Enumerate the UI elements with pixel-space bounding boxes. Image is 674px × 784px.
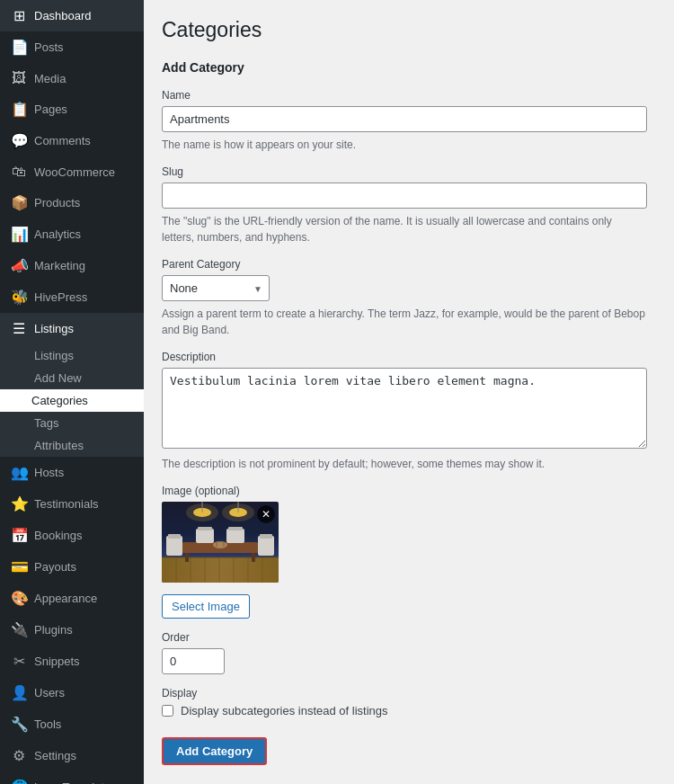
- sidebar-item-comments[interactable]: 💬 Comments: [0, 125, 144, 156]
- marketing-icon: 📣: [11, 257, 27, 274]
- display-field-group: Display Display subcategories instead of…: [162, 687, 656, 717]
- sidebar-item-label: Loco Translate: [34, 780, 111, 784]
- sidebar-item-label: Users: [34, 686, 65, 699]
- remove-image-button[interactable]: ✕: [257, 505, 275, 523]
- description-hint: The description is not prominent by defa…: [162, 456, 647, 472]
- sidebar-item-media[interactable]: 🖼 Media: [0, 63, 144, 94]
- sidebar-item-analytics[interactable]: 📊 Analytics: [0, 218, 144, 250]
- svg-rect-18: [252, 553, 255, 562]
- display-checkbox-row: Display subcategories instead of listing…: [162, 704, 656, 717]
- sidebar-item-label: Appearance: [34, 592, 97, 605]
- svg-rect-17: [185, 553, 189, 562]
- sidebar-item-label: HivePress: [34, 290, 87, 304]
- svg-rect-28: [216, 541, 217, 547]
- svg-rect-19: [166, 536, 182, 556]
- sidebar-item-hivepress[interactable]: 🐝 HivePress: [0, 281, 144, 313]
- submenu-listings[interactable]: Listings: [0, 344, 144, 367]
- sidebar-item-label: Analytics: [34, 227, 81, 241]
- hive-icon: 🐝: [11, 289, 27, 306]
- sidebar-item-dashboard[interactable]: ⊞ Dashboard: [0, 0, 144, 31]
- sidebar-item-snippets[interactable]: ✂ Snippets: [0, 646, 144, 677]
- sidebar-item-label: Snippets: [34, 655, 80, 668]
- sidebar-item-tools[interactable]: 🔧 Tools: [0, 708, 144, 740]
- parent-label: Parent Category: [162, 258, 656, 271]
- parent-category-group: Parent Category None ▼ Assign a parent t…: [162, 258, 656, 338]
- sidebar-item-products[interactable]: 📦 Products: [0, 187, 144, 218]
- main-content: Categories Add Category Name The name is…: [144, 0, 674, 784]
- image-field-group: Image (optional): [162, 485, 656, 619]
- page-title: Categories: [162, 18, 656, 42]
- display-subcategories-checkbox[interactable]: [162, 705, 173, 717]
- sidebar-item-label: Bookings: [34, 529, 82, 542]
- submenu-categories[interactable]: Categories: [0, 389, 144, 412]
- sidebar-item-label: Tools: [34, 717, 61, 731]
- order-input[interactable]: [162, 648, 225, 674]
- description-textarea[interactable]: Vestibulum lacinia lorem vitae libero el…: [162, 368, 647, 449]
- sidebar-item-label: WooCommerce: [34, 165, 115, 179]
- svg-rect-1: [162, 557, 279, 583]
- posts-icon: 📄: [11, 39, 27, 56]
- form-title: Add Category: [162, 60, 656, 75]
- slug-hint: The "slug" is the URL-friendly version o…: [162, 213, 647, 245]
- analytics-icon: 📊: [11, 226, 27, 243]
- products-icon: 📦: [11, 194, 27, 211]
- svg-rect-25: [226, 529, 244, 543]
- svg-rect-29: [223, 541, 225, 547]
- hosts-icon: 👥: [11, 464, 27, 481]
- loco-icon: 🌐: [11, 779, 27, 784]
- slug-field-group: Slug The "slug" is the URL-friendly vers…: [162, 165, 656, 245]
- sidebar-item-listings[interactable]: ☰ Listings: [0, 313, 144, 344]
- select-image-button[interactable]: Select Image: [162, 594, 250, 619]
- settings-icon: ⚙: [11, 747, 27, 764]
- submenu-attributes[interactable]: Attributes: [0, 434, 144, 457]
- sidebar-item-posts[interactable]: 📄 Posts: [0, 31, 144, 63]
- sidebar-item-bookings[interactable]: 📅 Bookings: [0, 520, 144, 551]
- sidebar-item-appearance[interactable]: 🎨 Appearance: [0, 583, 144, 614]
- svg-point-27: [213, 541, 227, 548]
- dashboard-icon: ⊞: [11, 7, 27, 24]
- testimonials-icon: ⭐: [11, 495, 27, 512]
- sidebar-item-label: Plugins: [34, 623, 73, 637]
- name-label: Name: [162, 89, 656, 102]
- parent-select-wrapper: None ▼: [162, 275, 270, 301]
- svg-rect-23: [196, 529, 214, 543]
- sidebar-item-plugins[interactable]: 🔌 Plugins: [0, 614, 144, 646]
- payouts-icon: 💳: [11, 558, 27, 575]
- sidebar-item-hosts[interactable]: 👥 Hosts: [0, 457, 144, 488]
- listings-icon: ☰: [11, 320, 27, 337]
- sidebar-item-label: Hosts: [34, 466, 64, 479]
- comments-icon: 💬: [11, 132, 27, 149]
- description-label: Description: [162, 351, 656, 363]
- sidebar-item-label: Dashboard: [34, 9, 92, 22]
- add-category-button[interactable]: Add Category: [162, 737, 267, 765]
- slug-input[interactable]: [162, 183, 647, 209]
- svg-rect-20: [168, 534, 181, 539]
- sidebar-item-label: Pages: [34, 102, 67, 116]
- sidebar-item-label: Payouts: [34, 560, 76, 574]
- sidebar-item-payouts[interactable]: 💳 Payouts: [0, 551, 144, 583]
- snippets-icon: ✂: [11, 653, 27, 670]
- sidebar-item-loco-translate[interactable]: 🌐 Loco Translate: [0, 771, 144, 784]
- sidebar-item-label: Comments: [34, 134, 91, 147]
- sidebar-item-marketing[interactable]: 📣 Marketing: [0, 250, 144, 281]
- parent-select[interactable]: None: [162, 275, 270, 301]
- order-field-group: Order: [162, 631, 656, 674]
- name-field-group: Name The name is how it appears on your …: [162, 89, 656, 153]
- woo-icon: 🛍: [11, 164, 27, 180]
- bookings-icon: 📅: [11, 527, 27, 544]
- sidebar-item-users[interactable]: 👤 Users: [0, 677, 144, 708]
- appearance-icon: 🎨: [11, 590, 27, 607]
- sidebar-item-label: Settings: [34, 749, 76, 762]
- sidebar-item-label: Listings: [34, 322, 74, 335]
- image-preview-container: ✕: [162, 502, 279, 583]
- sidebar-item-settings[interactable]: ⚙ Settings: [0, 740, 144, 771]
- name-hint: The name is how it appears on your site.: [162, 137, 647, 153]
- submenu-add-new[interactable]: Add New: [0, 367, 144, 389]
- sidebar-item-testimonials[interactable]: ⭐ Testimonials: [0, 488, 144, 520]
- sidebar-item-woocommerce[interactable]: 🛍 WooCommerce: [0, 156, 144, 187]
- display-checkbox-label[interactable]: Display subcategories instead of listing…: [181, 704, 388, 717]
- sidebar-item-pages[interactable]: 📋 Pages: [0, 94, 144, 125]
- name-input[interactable]: [162, 106, 647, 132]
- description-field-group: Description Vestibulum lacinia lorem vit…: [162, 351, 656, 472]
- submenu-tags[interactable]: Tags: [0, 412, 144, 434]
